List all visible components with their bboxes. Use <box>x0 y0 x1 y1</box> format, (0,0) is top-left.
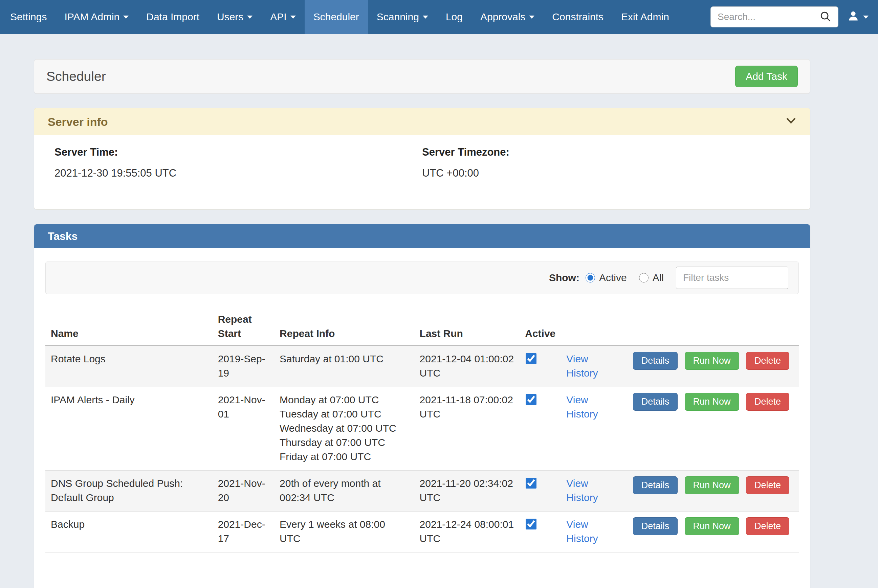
chevron-down-icon <box>529 16 534 19</box>
task-repeat-info: Saturday at 01:00 UTC <box>274 346 414 387</box>
nav-item-label: Data Import <box>146 11 200 22</box>
chevron-down-icon <box>123 16 129 19</box>
search-group <box>710 6 838 27</box>
radio-show-active[interactable]: Active <box>585 272 627 284</box>
server-time-block: Server Time: 2021-12-30 19:55:05 UTC <box>54 146 422 179</box>
task-active-cell <box>519 346 561 387</box>
tasks-panel-header: Tasks <box>34 225 810 248</box>
nav-item-label: IPAM Admin <box>64 11 120 22</box>
active-checkbox[interactable] <box>526 394 536 405</box>
server-info-body: Server Time: 2021-12-30 19:55:05 UTC Ser… <box>34 135 810 209</box>
task-active-cell <box>519 512 561 552</box>
nav-item-log[interactable]: Log <box>437 0 471 34</box>
all-radio[interactable] <box>639 273 648 282</box>
nav-item-label: API <box>270 11 286 22</box>
nav-item-users[interactable]: Users <box>208 0 261 34</box>
server-info-header-toggle[interactable]: Server info <box>34 108 810 135</box>
task-name: IPAM Alerts - Daily <box>45 387 213 471</box>
tasks-table-body: Rotate Logs 2019-Sep-19 Saturday at 01:0… <box>45 346 799 552</box>
repeat-info-line: Monday at 07:00 UTC <box>279 393 409 407</box>
table-row: DNS Group Scheduled Push: Default Group … <box>45 471 799 512</box>
table-row: IPAM Alerts - Daily 2021-Nov-01 Monday a… <box>45 387 799 471</box>
nav-item-label: Scheduler <box>314 11 359 22</box>
task-history-cell: View History <box>561 346 627 387</box>
repeat-info-line: Friday at 07:00 UTC <box>279 450 409 464</box>
task-name: Rotate Logs <box>45 346 213 387</box>
task-repeat-info: 20th of every month at 002:34 UTC <box>274 471 414 512</box>
task-active-cell <box>519 387 561 471</box>
all-radio-label: All <box>653 272 664 284</box>
delete-button[interactable]: Delete <box>746 476 789 494</box>
repeat-info-line: Thursday at 07:00 UTC <box>279 435 409 450</box>
nav-item-api[interactable]: API <box>261 0 304 34</box>
view-history-link[interactable]: View History <box>566 353 598 379</box>
task-last-run: 2021-11-18 07:00:02 UTC <box>414 387 520 471</box>
task-last-run: 2021-12-04 01:00:02 UTC <box>414 346 520 387</box>
run-now-button[interactable]: Run Now <box>685 517 739 535</box>
view-history-link[interactable]: View History <box>566 394 598 420</box>
task-repeat-info: Every 1 weeks at 08:00 UTC <box>274 512 414 552</box>
column-header-actions <box>627 308 799 346</box>
details-button[interactable]: Details <box>633 517 678 535</box>
task-repeat-info: Monday at 07:00 UTCTuesday at 07:00 UTCW… <box>274 387 414 471</box>
filter-tasks-input[interactable] <box>676 267 788 289</box>
search-input[interactable] <box>710 6 813 27</box>
chevron-down-icon <box>423 16 428 19</box>
run-now-button[interactable]: Run Now <box>685 352 739 370</box>
chevron-down-icon <box>290 16 296 19</box>
task-actions-cell: Details Run Now Delete <box>627 512 799 552</box>
run-now-button[interactable]: Run Now <box>685 393 739 411</box>
tasks-body: Show: Active All Name <box>34 248 810 588</box>
table-row: Rotate Logs 2019-Sep-19 Saturday at 01:0… <box>45 346 799 387</box>
view-history-link[interactable]: View History <box>566 478 598 503</box>
nav-item-scheduler[interactable]: Scheduler <box>305 0 368 34</box>
delete-button[interactable]: Delete <box>746 517 789 535</box>
add-task-button[interactable]: Add Task <box>735 66 798 87</box>
tasks-title: Tasks <box>48 230 78 242</box>
server-timezone-block: Server Timezone: UTC +00:00 <box>422 146 789 179</box>
nav-item-label: Log <box>446 11 463 22</box>
details-button[interactable]: Details <box>633 476 678 494</box>
nav-item-ipam-admin[interactable]: IPAM Admin <box>56 0 137 34</box>
user-menu-button[interactable] <box>847 10 869 24</box>
show-label: Show: <box>549 272 579 284</box>
repeat-info-line: 20th of every month at 002:34 UTC <box>279 476 409 505</box>
page-header-panel: Scheduler Add Task <box>34 59 810 94</box>
column-header-last-run: Last Run <box>414 308 520 346</box>
nav-item-label: Scanning <box>377 11 419 22</box>
chevron-down-icon <box>786 115 797 129</box>
task-repeat-start: 2021-Dec-17 <box>213 512 274 552</box>
tasks-table: Name Repeat Start Repeat Info Last Run A… <box>45 308 799 552</box>
task-repeat-start: 2021-Nov-01 <box>213 387 274 471</box>
chevron-down-icon <box>247 16 252 19</box>
task-repeat-start: 2021-Nov-20 <box>213 471 274 512</box>
nav-item-exit-admin[interactable]: Exit Admin <box>612 0 678 34</box>
nav-item-scanning[interactable]: Scanning <box>368 0 437 34</box>
nav-item-label: Approvals <box>480 11 525 22</box>
active-checkbox[interactable] <box>526 519 536 530</box>
repeat-info-line: Every 1 weeks at 08:00 UTC <box>279 517 409 546</box>
navbar-items: SettingsIPAM AdminData ImportUsersAPISch… <box>0 0 678 34</box>
repeat-info-line: Wednesday at 07:00 UTC <box>279 421 409 435</box>
nav-item-data-import[interactable]: Data Import <box>137 0 208 34</box>
run-now-button[interactable]: Run Now <box>685 476 739 494</box>
delete-button[interactable]: Delete <box>746 393 789 411</box>
task-actions-cell: Details Run Now Delete <box>627 471 799 512</box>
active-checkbox[interactable] <box>526 478 536 489</box>
details-button[interactable]: Details <box>633 352 678 370</box>
column-header-repeat-info: Repeat Info <box>274 308 414 346</box>
column-header-history <box>561 308 627 346</box>
active-checkbox[interactable] <box>526 353 536 364</box>
details-button[interactable]: Details <box>633 393 678 411</box>
nav-item-approvals[interactable]: Approvals <box>471 0 543 34</box>
delete-button[interactable]: Delete <box>746 352 789 370</box>
view-history-link[interactable]: View History <box>566 519 598 544</box>
active-radio-label: Active <box>599 272 627 284</box>
nav-item-constraints[interactable]: Constraints <box>543 0 612 34</box>
active-radio[interactable] <box>585 273 595 282</box>
radio-show-all[interactable]: All <box>639 272 664 284</box>
repeat-info-line: Saturday at 01:00 UTC <box>279 352 409 366</box>
task-history-cell: View History <box>561 512 627 552</box>
nav-item-settings[interactable]: Settings <box>2 0 56 34</box>
search-button[interactable] <box>813 6 838 27</box>
